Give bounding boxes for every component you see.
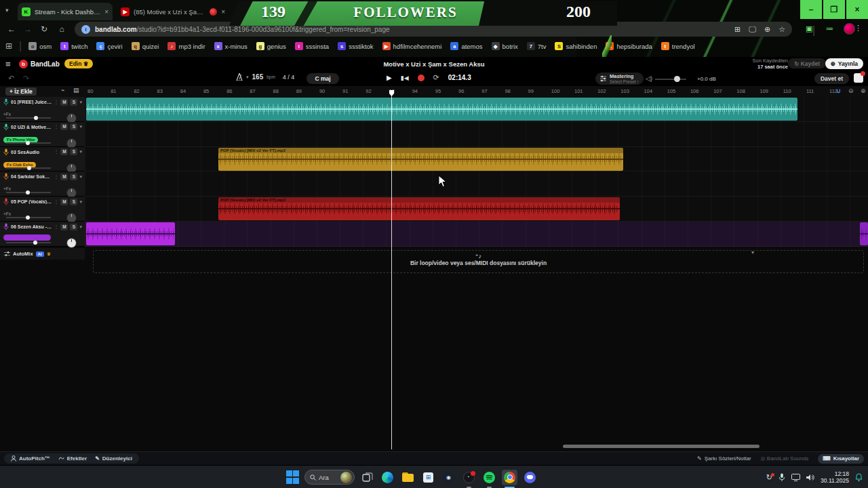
bookmark-item[interactable]: ▶hdfilmcehennemi [382,42,442,50]
editor-button[interactable]: ✎ Düzenleyici [95,455,132,462]
track-row[interactable]: 02 UZI & Motive - İsm...⋮MS▾Fx Phone Vib… [0,122,85,147]
effects-button[interactable]: Efektler [58,455,87,462]
site-info-icon[interactable]: i [81,25,90,34]
snap-magnet-icon[interactable]: ∪ [836,87,841,94]
horizontal-scrollbar[interactable] [563,445,760,448]
taskbar-app-chrome[interactable] [502,470,517,485]
track-name[interactable]: 05 POP (Vocals) [MIX... [11,199,52,204]
undo-icon[interactable]: ↶ [8,74,14,83]
update-icon[interactable]: ↻ [766,473,772,482]
close-tab-icon[interactable]: × [221,8,225,16]
routing-icon[interactable]: ⌁ [61,87,64,94]
track-chevron-icon[interactable]: ▾ [79,124,82,129]
close-tab-icon[interactable]: × [104,8,108,16]
track-menu-icon[interactable]: ⋮ [54,124,58,129]
notification-bell-icon[interactable] [855,473,863,481]
file-dropzone[interactable]: ⁺♪ Bir loop/video veya ses/MIDI dosyasın… [93,250,864,273]
taskbar-app-taskview[interactable] [359,470,375,485]
tempo-controls[interactable]: ▾ 165 bpm 4 / 4 [236,73,294,81]
track-volume-slider[interactable] [6,242,51,243]
invite-button[interactable]: Davet et [814,73,849,84]
bookmark-item[interactable]: xx-minus [214,42,248,50]
solo-button[interactable]: S [70,123,77,130]
promo-box-icon[interactable] [854,73,863,83]
apps-grid-icon[interactable]: ⊞ [5,41,12,51]
restore-button[interactable]: ❐ [823,0,845,19]
bookmark-item[interactable]: ♪mp3 indir [167,42,205,50]
bookmark-item[interactable]: aatemos [450,42,482,50]
start-button[interactable] [286,470,300,484]
bookmark-item[interactable]: qquizei [132,42,159,50]
volume-icon[interactable] [806,474,814,481]
key-selector[interactable]: C maj [307,73,339,84]
track-volume-knob[interactable] [26,216,30,220]
song-title[interactable]: Motive x Uzi x Şam x Sezen Aksu [298,60,570,68]
cast-icon[interactable]: 🖵 [749,25,756,34]
track-menu-icon[interactable]: ⋮ [54,100,58,105]
track-name[interactable]: 02 UZI & Motive - İsm... [11,125,52,129]
loop-icon[interactable]: ⟳ [433,73,439,82]
tab-search-icon[interactable]: ▾ [5,7,9,14]
track-volume-knob[interactable] [27,166,31,170]
reading-mode-icon[interactable]: ⊞ [734,25,741,34]
taskbar-app-steam[interactable]: ◉ [441,470,456,485]
audio-clip[interactable] [860,222,868,245]
track-chevron-icon[interactable]: ▾ [79,224,82,230]
track-row[interactable]: 01 [FREE] Juice WRLD ...⋮MS▾+Fx [0,97,85,122]
bookmark-item[interactable]: ◆botrix [492,42,518,50]
track-name[interactable]: 06 Sezen Aksu - Hayd... [11,224,52,229]
microphone-icon[interactable] [778,473,785,482]
upgrade-button[interactable]: Edin ♛ [64,59,93,68]
audio-clip[interactable] [86,98,797,121]
taskbar-app-explorer[interactable] [400,470,416,485]
bookmark-item[interactable]: oosm [28,42,52,50]
solo-button[interactable]: S [70,199,77,205]
track-menu-icon[interactable]: ⋮ [54,224,58,230]
track-chevron-icon[interactable]: ▾ [79,149,82,155]
record-button[interactable] [418,75,425,81]
taskbar-clock[interactable]: 12:18 30.11.2025 [821,470,849,484]
track-menu-icon[interactable]: ⋮ [54,149,58,155]
zoom-in-icon[interactable]: ⊕ [861,87,866,94]
track-name[interactable]: 04 Şarkılar Sokaklara ... [11,174,52,179]
add-track-button[interactable]: + İz Ekle [5,87,37,96]
back-button[interactable]: ← [4,24,19,34]
solo-button[interactable]: S [70,224,77,230]
audio-clip[interactable] [86,222,175,245]
bookmark-item[interactable]: ttwitch [60,42,87,50]
track-menu-icon[interactable]: ⋮ [54,199,58,205]
taskbar-app-obs[interactable]: ◔ [461,470,477,485]
mute-button[interactable]: M [60,123,68,130]
bookmark-item[interactable]: ççeviri [96,42,122,50]
redo-icon[interactable]: ↷ [23,74,29,83]
extensions-icon[interactable]: ▣ [806,24,812,33]
audio-clip[interactable]: POP (Vocals) [MIX v2 Ver FT].mp3 [218,197,620,220]
track-name[interactable]: 01 [FREE] Juice WRLD ... [11,100,52,104]
grid-view-icon[interactable]: ▤ [73,87,79,94]
tab-youtube[interactable]: ▶ (85) Motive x Uzi x Şam x S... × [117,3,229,20]
speaker-icon[interactable]: ◁) [646,75,652,82]
track-chevron-icon[interactable]: ▾ [79,100,82,105]
playlist-extension-icon[interactable]: ≔ [826,24,833,33]
taskbar-app-spotify[interactable] [481,470,497,485]
mute-button[interactable]: M [60,224,68,230]
taskbar-app-store[interactable]: ⊞ [420,470,436,485]
profile-avatar[interactable] [844,23,855,35]
save-button[interactable]: ↻ Kaydet [788,58,826,68]
bookmark-item[interactable]: sssstiktok [338,42,373,50]
pan-knob[interactable] [66,238,77,248]
reload-button[interactable]: ↻ [37,24,52,34]
track-row[interactable]: 05 POP (Vocals) [MIX...⋮MS▾+Fx [0,197,85,222]
bandlab-sounds-button[interactable]: ◎ BandLab Sounds [761,455,809,462]
track-chevron-icon[interactable]: ▾ [79,174,82,180]
track-volume-knob[interactable] [26,190,30,195]
track-menu-icon[interactable]: ⋮ [54,174,58,180]
taskbar-search[interactable]: Ara [304,470,355,485]
solo-button[interactable]: S [70,174,77,180]
track-row[interactable]: 04 Şarkılar Sokaklara ...⋮MS▾+Fx [0,171,85,197]
bookmark-item[interactable]: ggenius [256,42,286,50]
bandlab-logo[interactable]: b [19,60,28,68]
playhead[interactable] [391,90,392,449]
solo-button[interactable]: S [70,99,77,106]
skip-start-button[interactable]: ▮◀ [401,75,409,81]
